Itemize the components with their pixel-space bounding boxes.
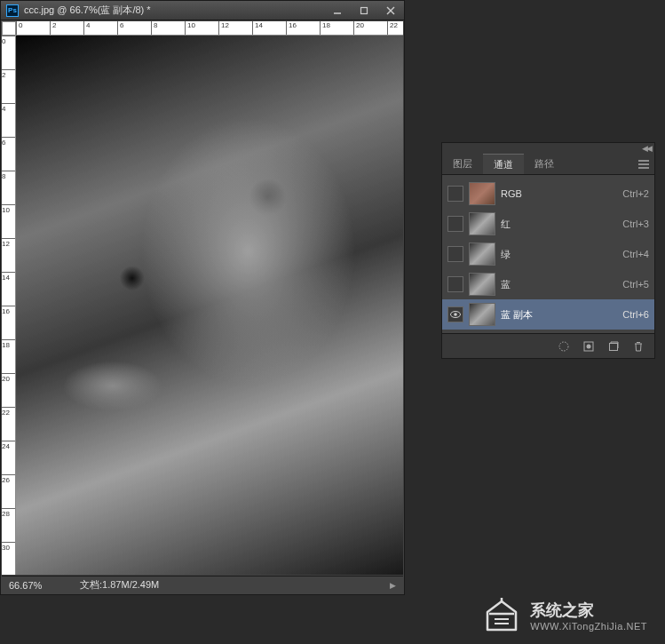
status-bar: 66.67% 文档:1.87M/2.49M ▶ [2, 576, 403, 593]
watermark-title: 系统之家 [530, 600, 647, 621]
ruler-tick: 14 [252, 21, 263, 36]
svg-rect-12 [610, 343, 618, 350]
maximize-button[interactable] [351, 1, 377, 20]
panel-header[interactable]: ◀◀ [442, 143, 654, 154]
document-titlebar[interactable]: Ps ccc.jpg @ 66.7%(蓝 副本/8) * [1, 1, 404, 20]
channel-shortcut: Ctrl+4 [622, 249, 649, 259]
channel-thumbnail [469, 242, 495, 266]
save-selection-button[interactable] [580, 338, 598, 355]
document-window: Ps ccc.jpg @ 66.7%(蓝 副本/8) * 02468101214… [0, 0, 405, 595]
image-content [16, 36, 403, 575]
channels-panel: ◀◀ 图层通道路径 RGBCtrl+2红Ctrl+3绿Ctrl+4蓝Ctrl+5… [441, 142, 655, 359]
channel-name: 红 [501, 218, 617, 231]
visibility-toggle[interactable] [447, 276, 463, 292]
panel-tabs: 图层通道路径 [442, 154, 654, 175]
ruler-tick: 20 [353, 21, 364, 36]
minimize-button[interactable] [324, 1, 351, 20]
delete-channel-button[interactable] [629, 338, 647, 355]
channel-shortcut: Ctrl+3 [622, 219, 649, 229]
ruler-tick: 22 [2, 407, 16, 417]
ruler-tick: 26 [2, 474, 16, 484]
ruler-tick: 8 [151, 21, 157, 36]
ruler-tick: 4 [83, 21, 90, 36]
ruler-tick: 18 [320, 21, 330, 36]
title-left: Ps ccc.jpg @ 66.7%(蓝 副本/8) * [6, 4, 151, 17]
watermark: 系统之家 WWW.XiTongZhiJia.NET [482, 596, 647, 635]
svg-point-11 [587, 344, 591, 348]
ruler-tick: 0 [2, 36, 16, 45]
ruler-tick: 8 [2, 171, 16, 180]
visibility-toggle[interactable] [447, 246, 463, 262]
ruler-tick: 12 [218, 21, 229, 36]
doc-info-label: 文档: [80, 579, 102, 590]
ruler-tick: 6 [117, 21, 123, 36]
ruler-origin[interactable] [2, 21, 16, 36]
ruler-tick: 30 [2, 542, 16, 552]
zoom-level[interactable]: 66.67% [9, 580, 62, 591]
photoshop-icon: Ps [6, 4, 19, 17]
channel-thumbnail [469, 303, 495, 326]
channel-row[interactable]: 蓝Ctrl+5 [442, 269, 654, 299]
watermark-text: 系统之家 WWW.XiTongZhiJia.NET [530, 600, 647, 632]
channel-row[interactable]: 绿Ctrl+4 [442, 239, 654, 269]
ruler-tick: 10 [185, 21, 195, 36]
channel-thumbnail [469, 273, 495, 296]
status-flyout-icon[interactable]: ▶ [390, 581, 396, 590]
channel-name: RGB [501, 188, 617, 199]
channel-name: 蓝 副本 [501, 308, 617, 322]
ruler-tick: 14 [2, 272, 16, 282]
ruler-tick: 0 [16, 21, 22, 36]
collapse-icon[interactable]: ◀◀ [642, 144, 651, 153]
panel-footer [442, 333, 654, 358]
channel-row[interactable]: RGBCtrl+2 [442, 179, 654, 209]
tab-channels[interactable]: 通道 [483, 154, 524, 174]
panel-menu-button[interactable] [633, 154, 654, 174]
channel-thumbnail [469, 212, 495, 235]
eye-icon [450, 311, 461, 318]
ruler-tick: 22 [387, 21, 398, 36]
ruler-tick: 16 [2, 306, 16, 315]
channel-list: RGBCtrl+2红Ctrl+3绿Ctrl+4蓝Ctrl+5蓝 副本Ctrl+6 [442, 175, 654, 333]
close-button[interactable] [377, 1, 404, 20]
tab-paths[interactable]: 路径 [524, 154, 565, 174]
doc-info-value: 1.87M/2.49M [102, 579, 159, 590]
visibility-toggle[interactable] [447, 216, 463, 232]
horizontal-ruler[interactable]: 0246810121416182022 [16, 21, 403, 36]
ruler-tick: 4 [2, 103, 16, 113]
svg-point-8 [454, 313, 457, 316]
visibility-toggle[interactable] [447, 306, 463, 322]
visibility-toggle[interactable] [447, 186, 463, 202]
channel-row[interactable]: 蓝 副本Ctrl+6 [442, 299, 654, 330]
svg-rect-1 [361, 7, 368, 13]
new-channel-button[interactable] [605, 338, 622, 355]
load-selection-button[interactable] [555, 338, 573, 355]
ruler-tick: 24 [2, 441, 16, 450]
document-info[interactable]: 文档:1.87M/2.49M [80, 578, 159, 592]
grayscale-portrait-image [16, 36, 403, 575]
canvas-area[interactable] [16, 36, 403, 575]
ruler-tick: 6 [2, 137, 16, 147]
ruler-tick: 28 [2, 508, 16, 518]
document-title: ccc.jpg @ 66.7%(蓝 副本/8) * [24, 4, 151, 17]
watermark-house-icon [482, 596, 521, 635]
ruler-tick: 16 [286, 21, 297, 36]
watermark-url: WWW.XiTongZhiJia.NET [530, 621, 647, 632]
ruler-tick: 10 [2, 204, 16, 214]
svg-point-9 [559, 342, 568, 351]
channel-shortcut: Ctrl+6 [622, 309, 649, 320]
window-controls [324, 1, 404, 20]
channel-shortcut: Ctrl+5 [622, 279, 649, 290]
channel-row[interactable]: 红Ctrl+3 [442, 209, 654, 239]
channel-name: 蓝 [501, 278, 617, 291]
tab-layers[interactable]: 图层 [442, 154, 483, 174]
channel-name: 绿 [501, 248, 617, 261]
vertical-ruler[interactable]: 024681012141618202224262830 [2, 36, 16, 575]
ruler-tick: 2 [2, 69, 16, 79]
channel-thumbnail [469, 182, 495, 205]
ruler-tick: 2 [50, 21, 56, 36]
ruler-tick: 12 [2, 238, 16, 248]
ruler-tick: 20 [2, 373, 16, 383]
channel-shortcut: Ctrl+2 [622, 188, 649, 199]
ruler-tick: 18 [2, 339, 16, 349]
